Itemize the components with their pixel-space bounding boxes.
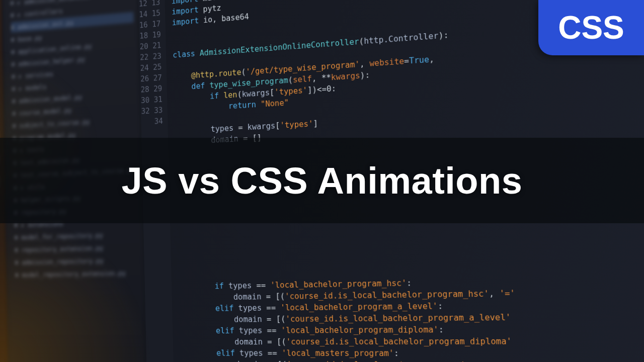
explorer-item: model_repository_extension.py [15, 267, 139, 280]
hero-title-bar: JS vs CSS Animations [0, 138, 644, 223]
explorer-item: admission_repository.py [15, 254, 139, 267]
code-line: domain = [('course_id.is_local_masters_p… [180, 358, 644, 362]
explorer-item: model_for_repository.py [15, 228, 139, 242]
category-badge: CSS [538, 0, 644, 55]
code-line: elif types == 'local_masters_program': [180, 347, 644, 360]
hero-title: JS vs CSS Animations [122, 159, 523, 202]
explorer-item: repository_extension.py [15, 241, 139, 255]
category-badge-text: CSS [558, 9, 624, 46]
code-line: domain = [('course_id.is_local_bachelor_… [180, 334, 644, 347]
